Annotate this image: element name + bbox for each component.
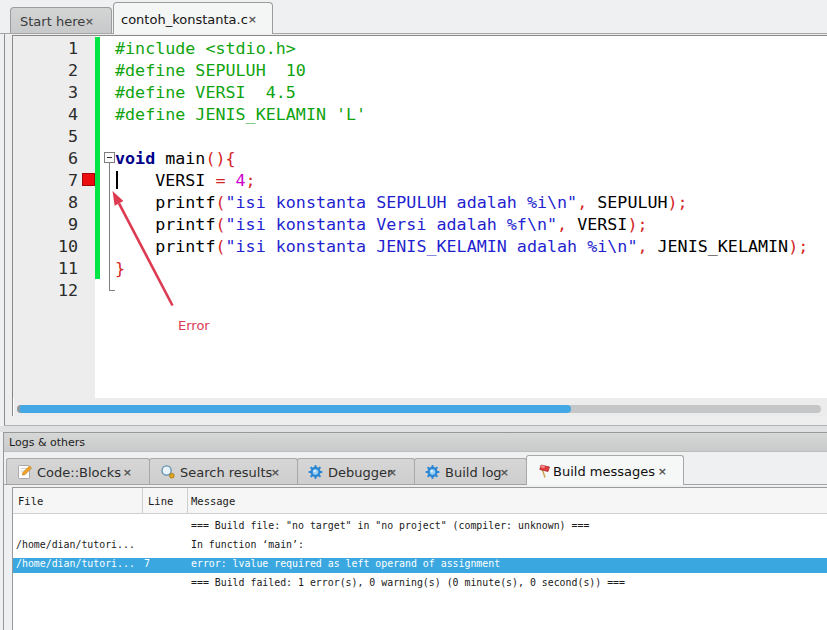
editor-tabbar: Start here × contoh_konstanta.c × <box>0 0 827 34</box>
code-line-9: printf("isi konstanta Versi adalah %f\n"… <box>115 213 647 235</box>
logs-tab-debugger[interactable]: Debugger× <box>297 458 415 484</box>
line-number: 4 <box>13 103 78 125</box>
column-header-message[interactable]: Message <box>191 488 235 514</box>
token-num: 4 <box>236 170 246 190</box>
logs-tab-build-log[interactable]: Build log× <box>414 458 527 484</box>
line-number: 11 <box>13 257 78 279</box>
token-sym: ( <box>215 192 225 212</box>
build-message-row[interactable]: /home/dian/tutori...7error: lvalue requi… <box>13 554 827 573</box>
line-number: 2 <box>13 59 78 81</box>
line-number-gutter: 123456789101112 <box>13 36 95 398</box>
cell-message: error: lvalue required as left operand o… <box>191 554 500 573</box>
horizontal-scrollbar[interactable] <box>14 398 827 416</box>
code-line-8: printf("isi konstanta SEPULUH adalah %i\… <box>115 191 688 213</box>
token-sym: ( <box>215 236 225 256</box>
token-sym: , <box>637 236 647 256</box>
line-number: 3 <box>13 81 78 103</box>
logs-tabbar: Code::Blocks×Search results×Debugger×Bui… <box>4 453 827 485</box>
text-caret <box>116 171 118 189</box>
token-plain: printf <box>115 192 215 212</box>
cell-message: === Build file: "no target" in "no proje… <box>191 516 589 535</box>
cell-message: In function ‘main’: <box>191 535 304 554</box>
token-sym: (){ <box>205 148 235 168</box>
token-sym: , <box>557 214 567 234</box>
error-label: Error <box>178 318 210 333</box>
column-separator[interactable] <box>187 488 188 514</box>
notepad-pencil-icon <box>17 464 32 479</box>
build-messages-list[interactable]: FileLineMessage=== Build file: "no targe… <box>12 487 827 630</box>
token-sym: ( <box>215 214 225 234</box>
logs-caption-bar[interactable]: Logs & others <box>4 433 827 452</box>
cell-message: === Build failed: 1 error(s), 0 warning(… <box>191 573 625 592</box>
flag-icon <box>537 463 552 478</box>
cell-line: 7 <box>144 554 150 573</box>
editor-pane: 123456789101112 #include <stdio.h>#defin… <box>4 34 827 426</box>
column-header-file[interactable]: File <box>18 488 43 514</box>
build-message-row[interactable]: === Build failed: 1 error(s), 0 warning(… <box>13 573 827 592</box>
token-sym: ; <box>246 170 256 190</box>
logs-tabbar-baseline <box>4 484 827 485</box>
token-kw: void <box>115 148 155 168</box>
logs-caption-label: Logs & others <box>9 436 85 449</box>
tab-start-here-close-icon[interactable]: × <box>85 15 94 26</box>
token-plain: SEPULUH <box>587 192 667 212</box>
build-message-row[interactable]: /home/dian/tutori...In function ‘main’: <box>13 535 827 554</box>
token-plain: printf <box>115 214 215 234</box>
token-str: "isi konstanta SEPULUH adalah %i\n" <box>226 192 578 212</box>
line-number: 9 <box>13 213 78 235</box>
line-number: 8 <box>13 191 78 213</box>
logs-tab-build-messages[interactable]: Build messages× <box>526 455 684 485</box>
column-separator[interactable] <box>142 488 143 514</box>
tab-contoh-konstanta[interactable]: contoh_konstanta.c × <box>113 2 273 34</box>
build-message-row[interactable]: === Build file: "no target" in "no proje… <box>13 516 827 535</box>
logs-tab-close-icon[interactable]: × <box>658 465 667 476</box>
token-pre: #define VERSI 4.5 <box>115 82 296 102</box>
line-number: 10 <box>13 235 78 257</box>
logs-panel: Logs & others Code::Blocks×Search result… <box>3 432 827 630</box>
line-number: 12 <box>13 279 78 301</box>
line-number: 5 <box>13 125 78 147</box>
logs-tab-code-blocks[interactable]: Code::Blocks× <box>6 458 150 484</box>
token-pre: #define SEPULUH 10 <box>115 60 306 80</box>
line-number: 1 <box>13 37 78 59</box>
token-sym: = <box>215 170 235 190</box>
line-number: 6 <box>13 147 78 169</box>
fold-box-collapse-icon[interactable] <box>104 152 115 163</box>
fold-guide-line <box>109 163 110 290</box>
gear-icon <box>425 464 440 479</box>
line-number: 7 <box>13 169 78 191</box>
token-sym: ); <box>627 214 647 234</box>
column-header-line[interactable]: Line <box>148 488 173 514</box>
code-line-11: } <box>115 257 125 279</box>
token-sym: , <box>577 192 587 212</box>
list-header: FileLineMessage <box>13 488 827 514</box>
code-line-4: #define JENIS_KELAMIN 'L' <box>115 103 366 125</box>
codeblocks-window: Start here × contoh_konstanta.c × 123456… <box>0 0 827 630</box>
token-plain: printf <box>115 236 215 256</box>
token-sym: } <box>115 258 125 278</box>
token-str: "isi konstanta JENIS_KELAMIN adalah %i\n… <box>226 236 638 256</box>
cell-file: /home/dian/tutori... <box>16 554 135 573</box>
code-line-3: #define VERSI 4.5 <box>115 81 296 103</box>
code-line-7: VERSI = 4; <box>115 169 256 191</box>
logs-tab-close-icon[interactable]: × <box>500 466 509 477</box>
fold-minus <box>107 157 112 158</box>
logs-tab-close-icon[interactable]: × <box>271 466 280 477</box>
logs-tab-label: Code::Blocks <box>37 464 121 479</box>
magnifier-icon <box>160 464 175 479</box>
token-sym: ); <box>788 236 808 256</box>
tab-start-here[interactable]: Start here × <box>10 7 112 33</box>
tab-contoh-konstanta-close-icon[interactable]: × <box>248 13 257 24</box>
logs-tab-label: Search results <box>180 464 272 479</box>
code-line-2: #define SEPULUH 10 <box>115 59 306 81</box>
token-plain: VERSI <box>567 214 627 234</box>
error-marker <box>82 173 95 186</box>
logs-tab-close-icon[interactable]: × <box>123 466 132 477</box>
logs-tab-search-results[interactable]: Search results× <box>149 458 298 484</box>
token-str: "isi konstanta Versi adalah %f\n" <box>226 214 558 234</box>
logs-tab-close-icon[interactable]: × <box>388 466 397 477</box>
scrollbar-thumb[interactable] <box>20 405 571 413</box>
code-editor[interactable]: 123456789101112 #include <stdio.h>#defin… <box>12 35 827 416</box>
code-line-10: printf("isi konstanta JENIS_KELAMIN adal… <box>115 235 808 257</box>
tab-start-here-label: Start here <box>20 13 85 28</box>
